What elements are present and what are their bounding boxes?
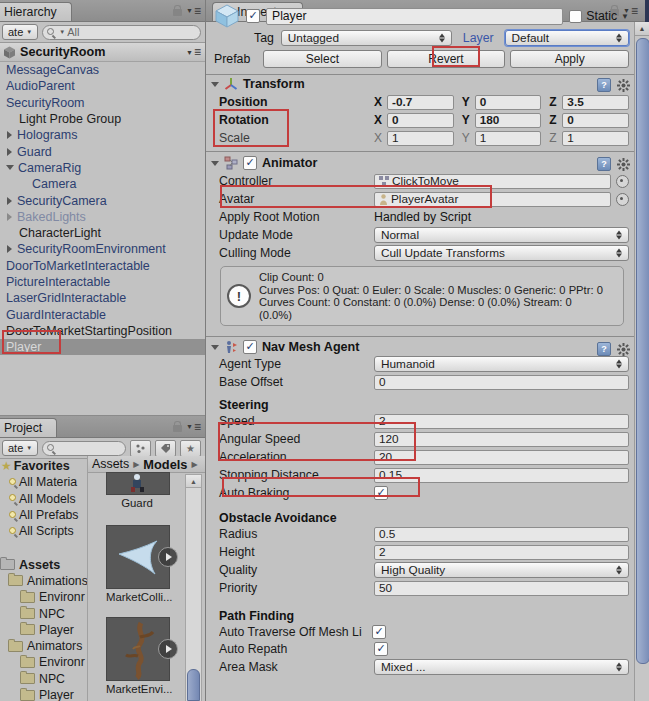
asset-labels-icon[interactable]	[130, 440, 151, 457]
folder-item[interactable]: Environr	[0, 654, 87, 670]
prefab-select-button[interactable]: Select	[263, 50, 382, 68]
preview-play-icon[interactable]	[158, 547, 178, 567]
gear-icon[interactable]	[617, 79, 630, 92]
hierarchy-item[interactable]: CameraRig	[0, 160, 205, 176]
hierarchy-item[interactable]: LaserGridInteractable	[0, 290, 205, 306]
gear-icon[interactable]	[617, 343, 630, 356]
asset-marketcollision[interactable]: MarketColli...	[106, 525, 168, 603]
static-checkbox[interactable]	[569, 10, 582, 23]
stopping-distance-field[interactable]: 0.15	[374, 468, 629, 483]
scrollbar-thumb[interactable]	[187, 669, 200, 701]
acceleration-field[interactable]: 20	[374, 450, 629, 465]
object-picker-icon[interactable]	[616, 175, 629, 188]
preview-play-icon[interactable]	[158, 639, 178, 659]
agent-type-dropdown[interactable]: Humanoid	[374, 356, 629, 372]
favorites-item[interactable]: All Materia	[0, 474, 87, 490]
priority-field[interactable]: 50	[374, 581, 629, 596]
scene-header[interactable]: SecurityRoom ▼≡	[0, 43, 205, 62]
rotation-y-field[interactable]: 180	[475, 113, 542, 128]
favorites-header[interactable]: ★Favorites	[0, 458, 87, 474]
search-filter-arrow-icon[interactable]: ▼	[59, 29, 65, 35]
scale-x-field[interactable]: 1	[387, 131, 454, 146]
folder-item[interactable]: Player	[0, 622, 87, 638]
scale-z-field[interactable]: 1	[562, 131, 629, 146]
position-z-field[interactable]: 3.5	[562, 95, 629, 110]
favorites-item[interactable]: All Scripts	[0, 523, 87, 539]
hierarchy-item-player-selected[interactable]: Player	[0, 339, 205, 355]
foldout-arrow-icon[interactable]	[211, 345, 219, 350]
project-scrollbar[interactable]: ▲	[185, 474, 202, 701]
hierarchy-item[interactable]: MessageCanvas	[0, 62, 205, 78]
foldout-arrow-icon[interactable]	[211, 82, 219, 87]
hierarchy-search-input[interactable]: ▼ All	[42, 25, 201, 40]
favorites-item[interactable]: All Models	[0, 491, 87, 507]
scene-menu-icon[interactable]: ▼≡	[186, 47, 201, 57]
expand-arrow-icon[interactable]	[7, 197, 12, 205]
favorites-item[interactable]: All Prefabs	[0, 507, 87, 523]
panel-menu-icon[interactable]: ▼≡	[186, 6, 201, 16]
hierarchy-item[interactable]: Camera	[0, 176, 205, 192]
hierarchy-item[interactable]: CharacterLight	[0, 225, 205, 241]
panel-menu-icon[interactable]: ▼≡	[186, 422, 201, 432]
controller-object-field[interactable]: ClickToMove	[374, 174, 611, 189]
hierarchy-item[interactable]: AudioParent	[0, 78, 205, 94]
favorite-star-icon[interactable]: ★	[180, 440, 201, 457]
hierarchy-item[interactable]: DoorToMarketInteractable	[0, 258, 205, 274]
expand-arrow-icon[interactable]	[7, 245, 12, 253]
height-field[interactable]: 2	[374, 545, 629, 560]
scroll-up-arrow-icon[interactable]: ▲	[635, 22, 649, 36]
create-button[interactable]: ate▼	[2, 24, 38, 40]
tab-hierarchy[interactable]: Hierarchy	[0, 2, 72, 21]
expand-arrow-icon[interactable]	[7, 131, 12, 139]
guard-thumbnail[interactable]	[106, 472, 170, 495]
tag-dropdown[interactable]: Untagged	[281, 30, 452, 46]
quality-dropdown[interactable]: High Quality	[374, 562, 629, 578]
hierarchy-item[interactable]: GuardInteractable	[0, 306, 205, 322]
hierarchy-item[interactable]: Light Probe Group	[0, 111, 205, 127]
avatar-object-field[interactable]: PlayerAvatar	[374, 192, 611, 207]
expand-arrow-icon[interactable]	[7, 148, 12, 156]
active-checkbox[interactable]: ✓	[246, 9, 260, 23]
navmesh-enabled-checkbox[interactable]: ✓	[243, 340, 257, 354]
help-icon[interactable]: ?	[597, 342, 611, 356]
help-icon[interactable]: ?	[597, 78, 611, 92]
folder-item[interactable]: NPC	[0, 671, 87, 687]
radius-field[interactable]: 0.5	[374, 527, 629, 542]
update-mode-dropdown[interactable]: Normal	[374, 227, 629, 243]
expand-arrow-icon[interactable]	[7, 213, 12, 221]
layer-dropdown[interactable]: Default	[505, 30, 629, 46]
object-picker-icon[interactable]	[616, 193, 629, 206]
hierarchy-item[interactable]: Holograms	[0, 127, 205, 143]
collapse-arrow-icon[interactable]	[6, 165, 14, 170]
breadcrumb-assets[interactable]: Assets	[92, 457, 129, 471]
auto-repath-checkbox[interactable]: ✓	[374, 642, 388, 656]
scrollbar-thumb[interactable]	[636, 38, 649, 664]
position-x-field[interactable]: -0.7	[387, 95, 454, 110]
prefab-revert-button[interactable]: Revert	[387, 50, 506, 68]
create-button[interactable]: ate▼	[2, 440, 38, 456]
angular-speed-field[interactable]: 120	[374, 432, 629, 447]
prefab-apply-button[interactable]: Apply	[510, 50, 629, 68]
static-dropdown-icon[interactable]: ▼	[621, 12, 629, 21]
inspector-scrollbar[interactable]: ▲	[634, 22, 649, 701]
base-offset-field[interactable]: 0	[374, 375, 629, 390]
asset-guard[interactable]: Guard	[106, 472, 168, 509]
name-field[interactable]: Player	[266, 8, 563, 25]
hierarchy-item[interactable]: SecurityRoom	[0, 95, 205, 111]
folder-item[interactable]: Player	[0, 687, 87, 701]
project-search-input[interactable]	[42, 441, 126, 456]
marketcollision-thumbnail[interactable]	[106, 525, 170, 589]
folder-item[interactable]: Animators	[0, 638, 87, 654]
area-mask-dropdown[interactable]: Mixed ...	[374, 659, 629, 675]
position-y-field[interactable]: 0	[475, 95, 542, 110]
hierarchy-item[interactable]: PictureInteractable	[0, 274, 205, 290]
rotation-z-field[interactable]: 0	[562, 113, 629, 128]
speed-field[interactable]: 2	[374, 414, 629, 429]
scroll-up-arrow-icon[interactable]: ▲	[186, 475, 201, 488]
hierarchy-item[interactable]: SecurityCamera	[0, 192, 205, 208]
scale-y-field[interactable]: 1	[475, 131, 542, 146]
rotation-x-field[interactable]: 0	[387, 113, 454, 128]
folder-item[interactable]: Animations	[0, 573, 87, 589]
hierarchy-item[interactable]: Guard	[0, 143, 205, 159]
foldout-arrow-icon[interactable]	[211, 161, 219, 166]
